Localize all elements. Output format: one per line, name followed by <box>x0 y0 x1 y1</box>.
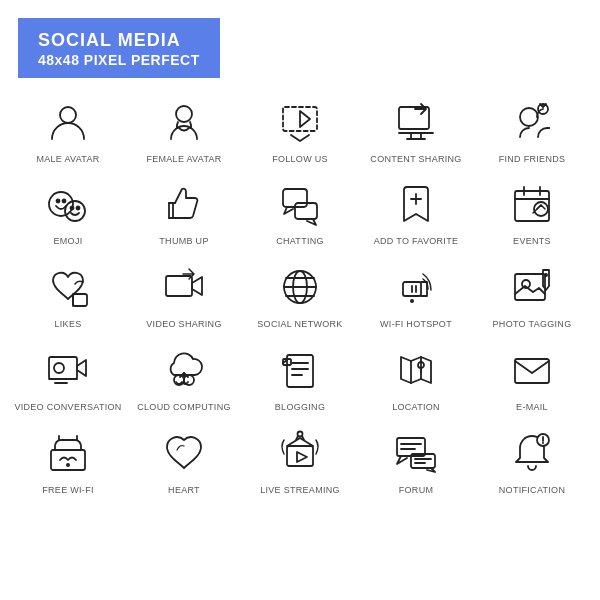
cloud-computing-label: CLOUD COMPUTING <box>137 402 231 413</box>
header-block: SOCIAL MEDIA 48x48 PIXEL PERFECT <box>18 18 220 78</box>
thumb-up-label: THUMB UP <box>159 236 208 247</box>
content-sharing-icon <box>390 96 442 148</box>
follow-us-icon <box>274 96 326 148</box>
location-label: LOCATION <box>392 402 440 413</box>
cell-photo-tagging: PHOTO TAGGING <box>474 253 590 336</box>
content-sharing-label: CONTENT SHARING <box>370 154 461 165</box>
cell-likes: LIKES <box>10 253 126 336</box>
free-wi-fi-label: FREE WI-FI <box>42 485 94 496</box>
video-sharing-label: VIDEO SHARING <box>146 319 221 330</box>
male-avatar-icon <box>42 96 94 148</box>
cell-heart: HEART <box>126 419 242 502</box>
add-to-favorite-label: ADD TO FAVORITE <box>374 236 459 247</box>
photo-tagging-label: PHOTO TAGGING <box>493 319 572 330</box>
live-streaming-icon <box>274 427 326 479</box>
add-to-favorite-icon <box>390 178 442 230</box>
photo-tagging-icon <box>506 261 558 313</box>
blogging-label: BLOGGING <box>275 402 325 413</box>
svg-point-37 <box>544 273 548 277</box>
svg-rect-25 <box>73 294 87 306</box>
events-label: EVENTS <box>513 236 551 247</box>
cell-add-to-favorite: ADD TO FAVORITE <box>358 170 474 253</box>
svg-marker-57 <box>297 452 307 462</box>
heart-label: HEART <box>168 485 200 496</box>
likes-label: LIKES <box>54 319 81 330</box>
live-streaming-label: LIVE STREAMING <box>260 485 340 496</box>
cell-find-friends: FIND FRIENDS <box>474 88 590 171</box>
svg-point-69 <box>542 442 544 444</box>
e-mail-label: E-MAIL <box>516 402 548 413</box>
cell-emoji: EMOJI <box>10 170 126 253</box>
svg-point-0 <box>60 107 76 123</box>
svg-rect-20 <box>515 191 549 221</box>
chatting-label: CHATTING <box>276 236 324 247</box>
emoji-label: EMOJI <box>53 236 82 247</box>
male-avatar-label: MALE AVATAR <box>36 154 99 165</box>
svg-marker-3 <box>300 111 310 127</box>
e-mail-icon <box>506 344 558 396</box>
events-icon <box>506 178 558 230</box>
cell-events: EVENTS <box>474 170 590 253</box>
header-subtitle: 48x48 PIXEL PERFECT <box>38 52 200 68</box>
svg-point-10 <box>65 201 85 221</box>
svg-rect-35 <box>515 274 545 300</box>
follow-us-label: FOLLOW US <box>272 154 328 165</box>
cell-cloud-computing: CLOUD COMPUTING <box>126 336 242 419</box>
social-network-icon <box>274 261 326 313</box>
likes-icon <box>42 261 94 313</box>
cell-e-mail: E-MAIL <box>474 336 590 419</box>
svg-point-7 <box>49 192 73 216</box>
cell-video-conversation: VIDEO CONVERSATION <box>10 336 126 419</box>
emoji-icon <box>42 178 94 230</box>
video-sharing-icon <box>158 261 210 313</box>
svg-point-8 <box>57 200 60 203</box>
svg-point-11 <box>71 207 74 210</box>
svg-point-5 <box>520 108 538 126</box>
cell-chatting: CHATTING <box>242 170 358 253</box>
find-friends-label: FIND FRIENDS <box>499 154 566 165</box>
cell-female-avatar: FEMALE AVATAR <box>126 88 242 171</box>
svg-point-55 <box>66 463 70 467</box>
cell-notification: NOTIFICATION <box>474 419 590 502</box>
video-conversation-icon <box>42 344 94 396</box>
heart-icon <box>158 427 210 479</box>
svg-point-1 <box>176 106 192 122</box>
forum-icon <box>390 427 442 479</box>
video-conversation-label: VIDEO CONVERSATION <box>14 402 121 413</box>
chatting-icon <box>274 178 326 230</box>
svg-point-12 <box>77 207 80 210</box>
svg-rect-56 <box>287 446 313 466</box>
svg-rect-27 <box>166 276 192 296</box>
svg-rect-53 <box>515 359 549 383</box>
social-network-label: SOCIAL NETWORK <box>257 319 342 330</box>
cell-thumb-up: THUMB UP <box>126 170 242 253</box>
cloud-computing-icon <box>158 344 210 396</box>
svg-point-9 <box>63 200 66 203</box>
svg-point-39 <box>54 363 64 373</box>
cell-location: LOCATION <box>358 336 474 419</box>
cell-social-network: SOCIAL NETWORK <box>242 253 358 336</box>
female-avatar-icon <box>158 96 210 148</box>
free-wi-fi-icon <box>42 427 94 479</box>
forum-label: FORUM <box>399 485 434 496</box>
svg-point-34 <box>410 299 414 303</box>
cell-follow-us: FOLLOW US <box>242 88 358 171</box>
cell-content-sharing: CONTENT SHARING <box>358 88 474 171</box>
cell-video-sharing: VIDEO SHARING <box>126 253 242 336</box>
cell-free-wi-fi: FREE WI-FI <box>10 419 126 502</box>
notification-icon <box>506 427 558 479</box>
location-icon <box>390 344 442 396</box>
wi-fi-hotspot-icon <box>390 261 442 313</box>
cell-wi-fi-hotspot: WI-FI HOTSPOT <box>358 253 474 336</box>
cell-live-streaming: LIVE STREAMING <box>242 419 358 502</box>
notification-label: NOTIFICATION <box>499 485 565 496</box>
header-title: SOCIAL MEDIA <box>38 30 200 52</box>
blogging-icon <box>274 344 326 396</box>
female-avatar-label: FEMALE AVATAR <box>146 154 221 165</box>
cell-forum: FORUM <box>358 419 474 502</box>
wi-fi-hotspot-label: WI-FI HOTSPOT <box>380 319 452 330</box>
icon-grid: MALE AVATAR FEMALE AVATAR FOLLOW US <box>10 88 590 502</box>
find-friends-icon <box>506 96 558 148</box>
thumb-up-icon <box>158 178 210 230</box>
cell-blogging: BLOGGING <box>242 336 358 419</box>
